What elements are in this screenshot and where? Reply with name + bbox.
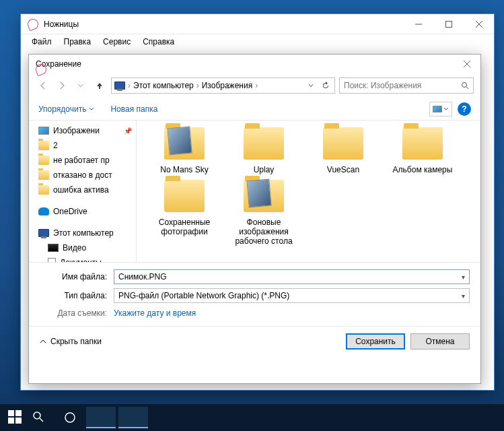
tree-folder[interactable]: не работает пр: [29, 153, 136, 168]
dialog-footer: Скрыть папки Сохранить Отмена: [29, 326, 480, 358]
toolbar: Упорядочить Новая папка ?: [29, 98, 480, 121]
menu-service[interactable]: Сервис: [98, 36, 136, 48]
folder-item[interactable]: No Mans Sky: [145, 125, 224, 174]
filetype-select[interactable]: PNG-файл (Portable Network Graphic) (*.P…: [114, 288, 470, 303]
chevron-down-icon: [443, 106, 449, 112]
up-button[interactable]: [92, 78, 107, 93]
folder-item[interactable]: Альбом камеры: [383, 125, 462, 174]
svg-point-6: [462, 83, 467, 88]
dialog-close-button[interactable]: [454, 55, 480, 73]
svg-line-7: [466, 87, 468, 89]
chevron-right-icon: ›: [196, 81, 199, 90]
save-button[interactable]: Сохранить: [346, 333, 405, 350]
folder-icon: [38, 170, 49, 180]
chevron-down-icon: [89, 106, 94, 112]
new-folder-button[interactable]: Новая папка: [110, 104, 157, 114]
refresh-button[interactable]: [320, 79, 332, 92]
folder-label: Сохраненные фотографии: [145, 218, 224, 236]
pin-icon: 📌: [124, 127, 132, 135]
address-bar[interactable]: › Этот компьютер › Изображения ›: [111, 77, 335, 94]
menu-edit[interactable]: Правка: [59, 36, 97, 48]
folder-label: Альбом камеры: [383, 165, 462, 174]
taskbar[interactable]: [0, 404, 504, 431]
crumb-thispc[interactable]: Этот компьютер: [133, 81, 194, 90]
tree-folder[interactable]: ошибка актива: [29, 183, 136, 197]
search-icon: [461, 81, 469, 90]
date-link[interactable]: Укажите дату и время: [114, 308, 196, 318]
folder-item[interactable]: Uplay: [224, 125, 303, 174]
svg-point-10: [65, 413, 75, 422]
folder-label: Фоновые изображения рабочего стола: [224, 218, 303, 246]
tree-folder[interactable]: 2: [29, 138, 136, 153]
maximize-button[interactable]: [433, 15, 464, 34]
folder-icon: [38, 141, 49, 150]
nav-tree: Изображени📌 2 не работает пр отказано в …: [29, 121, 137, 262]
chevron-up-icon: [40, 338, 46, 345]
minimize-button[interactable]: [403, 15, 433, 34]
search-input[interactable]: Поиск: Изображения: [339, 77, 474, 94]
filename-label: Имя файла:: [40, 272, 114, 281]
folder-label: VueScan: [303, 165, 383, 174]
hide-folders-toggle[interactable]: Скрыть папки: [40, 337, 102, 346]
folder-icon: [38, 156, 49, 165]
view-mode-button[interactable]: [429, 102, 452, 117]
taskbar-app[interactable]: [118, 407, 148, 428]
folder-icon: [161, 125, 207, 162]
help-button[interactable]: ?: [458, 102, 471, 116]
recent-dropdown[interactable]: [73, 78, 88, 93]
svg-rect-1: [445, 21, 452, 27]
pictures-icon: [38, 127, 49, 135]
tree-onedrive[interactable]: OneDrive: [29, 204, 136, 219]
document-icon: [48, 258, 56, 262]
cancel-button[interactable]: Отмена: [410, 333, 470, 350]
folder-icon: [161, 177, 207, 215]
folder-label: Uplay: [224, 165, 303, 174]
filename-input[interactable]: Снимок.PNG ▾: [114, 269, 470, 284]
search-placeholder: Поиск: Изображения: [344, 81, 421, 90]
form-area: Имя файла: Снимок.PNG ▾ Тип файла: PNG-ф…: [29, 262, 480, 326]
menu-help[interactable]: Справка: [137, 36, 180, 48]
taskbar-search-icon[interactable]: [32, 411, 46, 424]
folder-item[interactable]: VueScan: [303, 125, 383, 174]
tree-pictures[interactable]: Изображени📌: [29, 123, 136, 138]
save-dialog: Сохранение › Этот компьютер › Изображени…: [28, 54, 481, 384]
folder-item[interactable]: Сохраненные фотографии: [145, 177, 224, 246]
thumbnail-icon: [433, 106, 442, 112]
parent-title: Ножницы: [44, 20, 79, 29]
filetype-label: Тип файла:: [40, 291, 114, 300]
folder-icon: [241, 125, 287, 162]
tree-documents[interactable]: Документы: [29, 255, 136, 262]
organize-menu[interactable]: Упорядочить: [38, 104, 94, 114]
tree-video[interactable]: Видео: [29, 240, 136, 255]
close-button[interactable]: [464, 15, 494, 34]
tree-folder[interactable]: отказано в дост: [29, 168, 136, 183]
menu-file[interactable]: Файл: [26, 36, 57, 48]
address-dropdown[interactable]: [305, 79, 317, 92]
chevron-down-icon[interactable]: ▾: [462, 292, 465, 300]
file-pane[interactable]: No Mans SkyUplayVueScanАльбом камерыСохр…: [137, 121, 480, 262]
chevron-right-icon: ›: [128, 81, 131, 90]
chevron-right-icon: ›: [255, 81, 258, 90]
parent-titlebar: Ножницы: [21, 14, 494, 34]
onedrive-icon: [38, 207, 49, 216]
parent-menubar: Файл Правка Сервис Справка: [21, 34, 494, 49]
start-button[interactable]: [8, 410, 23, 425]
save-titlebar: Сохранение: [29, 55, 480, 73]
forward-button[interactable]: [55, 78, 69, 93]
folder-icon: [241, 177, 287, 215]
computer-icon: [38, 229, 49, 237]
folder-item[interactable]: Фоновые изображения рабочего стола: [224, 177, 303, 246]
folder-icon: [320, 125, 366, 162]
taskbar-app[interactable]: [86, 407, 116, 428]
video-icon: [48, 244, 59, 252]
svg-line-9: [40, 418, 43, 422]
computer-icon: [114, 81, 125, 90]
back-button[interactable]: [36, 78, 50, 93]
folder-icon: [400, 125, 445, 162]
crumb-pictures[interactable]: Изображения: [202, 81, 252, 90]
folder-icon: [38, 185, 49, 195]
scissors-icon: [28, 19, 38, 30]
taskbar-cortana[interactable]: [55, 407, 85, 428]
chevron-down-icon[interactable]: ▾: [462, 273, 465, 281]
tree-thispc[interactable]: Этот компьютер: [29, 226, 136, 240]
